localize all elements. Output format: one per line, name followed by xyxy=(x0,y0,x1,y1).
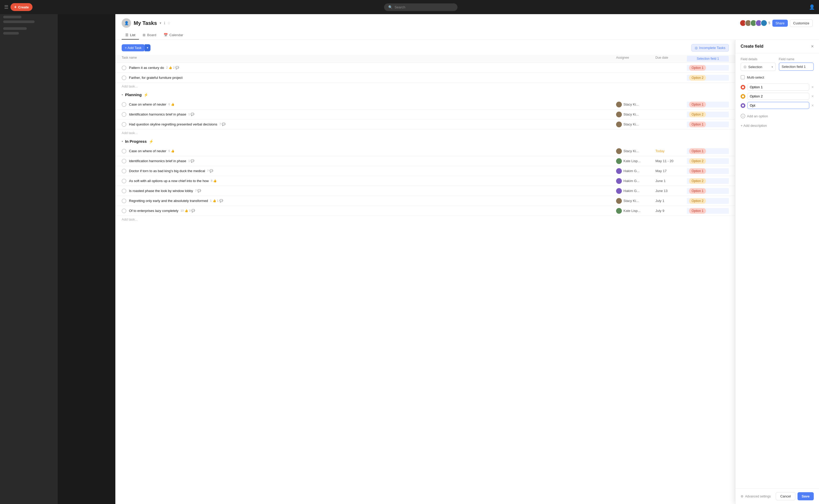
task-name[interactable]: As soft with all options up a now chief … xyxy=(129,179,616,183)
add-task-button[interactable]: + Add Task xyxy=(122,44,145,51)
task-checkbox[interactable] xyxy=(122,179,126,183)
option-badge: Option 2 xyxy=(689,75,706,81)
calendar-icon: 📅 xyxy=(163,33,168,37)
task-meta: 1 💬 xyxy=(188,113,194,116)
col-selection-header[interactable]: Selection field 1 xyxy=(687,56,729,62)
task-selection[interactable]: Option 2 xyxy=(687,112,729,117)
task-name[interactable]: Had question skyline regretting presente… xyxy=(129,122,616,126)
panel-close-button[interactable]: × xyxy=(811,44,814,49)
sidebar-item[interactable] xyxy=(3,16,21,18)
task-selection[interactable]: Option 2 xyxy=(687,158,729,164)
task-selection[interactable]: Option 1 xyxy=(687,148,729,154)
info-icon[interactable]: ℹ xyxy=(164,21,165,25)
task-checkbox[interactable] xyxy=(122,209,126,213)
table-row: Case on where of neuter 6 👍 Stacy Ki... … xyxy=(115,146,735,156)
incomplete-tasks-button[interactable]: ◎ Incomplete Tasks xyxy=(691,44,729,52)
save-button[interactable]: Save xyxy=(798,492,814,500)
task-meta: 6 👍 xyxy=(168,103,174,106)
task-checkbox[interactable] xyxy=(122,65,126,70)
task-assignee: Kate Lisp... xyxy=(616,208,656,214)
task-checkbox[interactable] xyxy=(122,189,126,193)
task-selection[interactable]: Option 1 xyxy=(687,188,729,194)
task-name[interactable]: Is roasted phase the look by window lobb… xyxy=(129,189,616,193)
title-chevron-icon[interactable]: ▾ xyxy=(160,21,161,25)
sidebar-item[interactable] xyxy=(3,32,19,35)
task-checkbox[interactable] xyxy=(122,169,126,173)
add-task-caret[interactable]: ▾ xyxy=(145,44,150,51)
task-selection[interactable]: Option 1 xyxy=(687,102,729,107)
tab-board[interactable]: ⊞ Board xyxy=(139,31,160,40)
add-description-button[interactable]: + Add description xyxy=(741,122,814,129)
task-checkbox[interactable] xyxy=(122,122,126,127)
search-placeholder: Search xyxy=(395,5,405,9)
board-icon: ⊞ xyxy=(143,33,145,37)
field-type-select[interactable]: ⊙ Selection ▾ xyxy=(741,63,776,71)
tab-calendar[interactable]: 📅 Calendar xyxy=(160,31,187,40)
multiselect-checkbox[interactable] xyxy=(741,75,745,79)
task-selection[interactable]: Option 1 xyxy=(687,168,729,174)
add-task-row[interactable]: Add task... xyxy=(115,129,735,136)
task-checkbox[interactable] xyxy=(122,199,126,203)
task-meta: 7 💬 xyxy=(220,123,226,126)
task-selection[interactable]: Option 1 xyxy=(687,65,729,71)
option-badge: Option 1 xyxy=(689,65,706,71)
task-selection[interactable]: Option 1 xyxy=(687,122,729,127)
section-header-in-progress[interactable]: ▾ In Progress ⚡ xyxy=(115,136,735,146)
create-button[interactable]: Create xyxy=(10,3,32,11)
advanced-settings-button[interactable]: ⚙ Advanced settings xyxy=(741,495,771,498)
option-remove-button[interactable]: × xyxy=(811,103,814,108)
task-name[interactable]: Doctor if torn to as bad king's big duck… xyxy=(129,169,616,173)
hamburger-icon[interactable]: ☰ xyxy=(4,4,8,10)
option-input[interactable] xyxy=(747,84,809,91)
task-assignee: Hakim G... xyxy=(616,178,656,184)
task-checkbox[interactable] xyxy=(122,102,126,107)
option-remove-button[interactable]: × xyxy=(811,94,814,98)
task-selection[interactable]: Option 2 xyxy=(687,198,729,204)
option-color-dot[interactable] xyxy=(741,94,745,99)
task-checkbox[interactable] xyxy=(122,159,126,163)
task-name[interactable]: Farther, for grateful furniture project xyxy=(129,76,616,80)
add-task-row[interactable]: Add task... xyxy=(115,83,735,90)
task-name[interactable]: Identification harmonics brief in phase … xyxy=(129,112,616,116)
customize-button[interactable]: Customize xyxy=(790,19,813,27)
tab-list[interactable]: ☰ List xyxy=(122,31,139,40)
table-row: Of to enterprises lazy completely 10 👍 3… xyxy=(115,206,735,216)
search-bar[interactable]: 🔍 Search xyxy=(384,3,457,11)
user-avatar-icon[interactable]: 👤 xyxy=(809,4,815,10)
share-button[interactable]: Share xyxy=(772,20,788,27)
section-header-planning[interactable]: ▾ Planning ⚡ xyxy=(115,90,735,100)
task-checkbox[interactable] xyxy=(122,75,126,80)
task-name[interactable]: Identification harmonics brief in phase … xyxy=(129,159,616,163)
add-task-row[interactable]: Add task... xyxy=(115,216,735,223)
tab-calendar-label: Calendar xyxy=(169,33,183,37)
assignee-avatar xyxy=(616,102,622,107)
task-name[interactable]: Case on where of neuter 6 👍 xyxy=(129,102,616,106)
page-title: My Tasks xyxy=(134,20,157,26)
cancel-button[interactable]: Cancel xyxy=(776,492,795,500)
task-selection[interactable]: Option 2 xyxy=(687,75,729,81)
task-selection[interactable]: Option 2 xyxy=(687,178,729,184)
task-selection[interactable]: Option 1 xyxy=(687,208,729,214)
option-input[interactable] xyxy=(747,102,809,109)
add-option-button[interactable]: + Add an option xyxy=(741,112,814,120)
option-color-dot[interactable] xyxy=(741,85,745,90)
sidebar-item[interactable] xyxy=(3,20,35,23)
option-input[interactable] xyxy=(747,93,809,100)
sidebar-item[interactable] xyxy=(3,27,27,30)
task-assignee: Stacy Ki... xyxy=(616,198,656,204)
task-name[interactable]: Regretting only early and the absolutely… xyxy=(129,199,616,203)
task-meta: 8 👍 xyxy=(211,179,217,183)
field-name-input[interactable] xyxy=(779,63,814,71)
task-name[interactable]: Of to enterprises lazy completely 10 👍 3… xyxy=(129,209,616,213)
footer-actions: Cancel Save xyxy=(776,492,814,500)
table-row: Regretting only early and the absolutely… xyxy=(115,196,735,206)
option-remove-button[interactable]: × xyxy=(811,85,814,89)
task-checkbox[interactable] xyxy=(122,149,126,154)
option-color-dot[interactable] xyxy=(741,103,745,108)
task-checkbox[interactable] xyxy=(122,112,126,117)
nav-tabs: ☰ List ⊞ Board 📅 Calendar xyxy=(122,31,813,40)
star-icon[interactable]: ☆ xyxy=(167,21,171,25)
task-meta: 2 👍 2 💬 xyxy=(166,66,179,69)
task-name[interactable]: Pattern it as century do 2 👍 2 💬 xyxy=(129,66,616,70)
task-name[interactable]: Case on where of neuter 6 👍 xyxy=(129,149,616,153)
